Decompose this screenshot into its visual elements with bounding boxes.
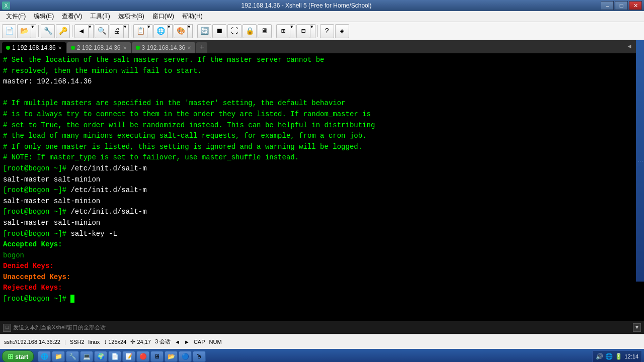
terminal-line-18: bogon bbox=[3, 251, 641, 261]
menu-view[interactable]: 查看(V) bbox=[58, 11, 86, 22]
open-dropdown: 📂 ▼ bbox=[17, 24, 36, 38]
menu-file[interactable]: 文件(F) bbox=[2, 11, 30, 22]
globe-button[interactable]: 🌐 bbox=[153, 24, 168, 38]
titlebar-icon: X bbox=[2, 2, 10, 10]
taskbar-app-11[interactable]: 🔵 bbox=[179, 351, 192, 362]
refresh-button[interactable]: 🔄 bbox=[197, 24, 211, 38]
send-area: 发送文本到当前Xshell窗口的全部会话 bbox=[13, 324, 633, 331]
denied-keys-label: Denied Keys: bbox=[3, 262, 54, 270]
separator-4 bbox=[195, 25, 195, 37]
close-button[interactable]: ✕ bbox=[629, 1, 642, 10]
taskbar-app-1[interactable]: 🌐 bbox=[38, 351, 51, 362]
maximize-button[interactable]: □ bbox=[615, 1, 628, 10]
tab-1-indicator bbox=[6, 46, 10, 50]
terminal-line-16: [root@bogon ~]# salt-key -L bbox=[3, 229, 641, 239]
terminal[interactable]: # Set the location of the salt master se… bbox=[0, 53, 644, 321]
taskbar-app-8[interactable]: 🔴 bbox=[136, 351, 149, 362]
tab-3-label: 3 192.168.14.36 bbox=[142, 44, 186, 51]
accepted-keys-label: Accepted Keys: bbox=[3, 240, 62, 248]
taskbar: ⊞ start 🌐 📁 🔧 💻 🌍 📄 📝 🔴 🖥 📂 🔵 🖱 🔊 🌐 🔋 12… bbox=[0, 349, 644, 362]
properties-button[interactable]: 🔧 bbox=[41, 24, 55, 38]
reconnect-dropdown-arrow[interactable]: ▼ bbox=[89, 24, 94, 38]
taskbar-app-3[interactable]: 🔧 bbox=[66, 351, 79, 362]
stop-button[interactable]: ⏹ bbox=[212, 24, 226, 38]
statusbar-os: linux bbox=[89, 339, 100, 345]
new-session-button[interactable]: 📄 bbox=[2, 24, 16, 38]
key-button[interactable]: 🔑 bbox=[56, 24, 70, 38]
copy-dropdown-arrow[interactable]: ▼ bbox=[147, 24, 152, 38]
taskbar-app-5[interactable]: 🌍 bbox=[94, 351, 107, 362]
tray-network[interactable]: 🌐 bbox=[605, 353, 613, 360]
layout-button[interactable]: ⊟ bbox=[296, 24, 310, 38]
prompt-3: [root@bogon ~]# bbox=[3, 208, 70, 216]
statusbar-scroll-right[interactable]: ► bbox=[184, 339, 190, 345]
tab-2[interactable]: 2 192.168.14.36 ✕ bbox=[67, 42, 131, 53]
find-button[interactable]: 🔍 bbox=[95, 24, 109, 38]
taskbar-app-4[interactable]: 💻 bbox=[80, 351, 93, 362]
terminal-line-11: salt-master salt-minion bbox=[3, 175, 641, 185]
taskbar-app-2[interactable]: 📁 bbox=[52, 351, 65, 362]
copy-button[interactable]: 📋 bbox=[133, 24, 147, 38]
statusbar-num: NUM bbox=[209, 339, 222, 345]
print-dropdown-arrow[interactable]: ▼ bbox=[124, 24, 129, 38]
terminal-line-2: # resolved, then the minion will fail to… bbox=[3, 66, 641, 76]
menu-help[interactable]: 帮助(H) bbox=[178, 11, 207, 22]
open-button[interactable]: 📂 bbox=[17, 24, 31, 38]
menu-tools[interactable]: 工具(T) bbox=[86, 11, 114, 22]
tab-3-close[interactable]: ✕ bbox=[187, 45, 191, 51]
layout-dropdown-arrow[interactable]: ▼ bbox=[310, 24, 315, 38]
tab-3-indicator bbox=[136, 46, 140, 50]
menu-edit[interactable]: 编辑(E) bbox=[30, 11, 58, 22]
output-3: salt-master salt-minion bbox=[3, 219, 100, 227]
tray-battery[interactable]: 🔋 bbox=[615, 353, 622, 360]
tab-1[interactable]: 1 192.168.14.36 ✕ bbox=[2, 42, 66, 53]
lock-button[interactable]: 🔒 bbox=[243, 24, 257, 38]
tab-1-close[interactable]: ✕ bbox=[58, 45, 62, 51]
statusbar-cap: CAP bbox=[194, 339, 205, 345]
fullscreen-button[interactable]: ⛶ bbox=[227, 24, 242, 38]
prompt-4: [root@bogon ~]# bbox=[3, 230, 70, 238]
tray-volume[interactable]: 🔊 bbox=[596, 353, 603, 360]
taskbar-app-7[interactable]: 📝 bbox=[122, 351, 135, 362]
cmd-2: /etc/init.d/salt-m bbox=[70, 186, 146, 194]
layout-dropdown: ⊟ ▼ bbox=[296, 24, 315, 38]
menu-window[interactable]: 窗口(W) bbox=[148, 11, 178, 22]
cmd-4: salt-key -L bbox=[70, 230, 117, 238]
print-dropdown: 🖨 ▼ bbox=[110, 24, 129, 38]
unknown-button[interactable]: ◈ bbox=[335, 24, 349, 38]
taskbar-app-6[interactable]: 📄 bbox=[108, 351, 121, 362]
start-button[interactable]: ⊞ start bbox=[2, 350, 34, 362]
menu-tabs[interactable]: 选项卡(B) bbox=[114, 11, 148, 22]
taskbar-clock: 12:14 bbox=[624, 353, 638, 359]
print-button[interactable]: 🖨 bbox=[110, 24, 124, 38]
help-button[interactable]: ? bbox=[320, 24, 334, 38]
taskbar-app-10[interactable]: 📂 bbox=[165, 351, 178, 362]
taskbar-app-12[interactable]: 🖱 bbox=[193, 351, 206, 362]
tab-3[interactable]: 3 192.168.14.36 ✕ bbox=[132, 42, 196, 53]
send-label: 发送文本到当前Xshell窗口的全部会话 bbox=[13, 324, 106, 331]
monitor-button[interactable]: 🖥 bbox=[258, 24, 272, 38]
input-dropdown[interactable]: ▼ bbox=[633, 323, 641, 332]
new-tab-button[interactable]: + bbox=[196, 42, 207, 53]
terminal-line-4: # If multiple masters are specified in t… bbox=[3, 99, 641, 109]
session-dropdown: ⊞ ▼ bbox=[276, 24, 295, 38]
session-button[interactable]: ⊞ bbox=[276, 24, 290, 38]
tab-scroll-left[interactable]: ◄ bbox=[626, 43, 633, 50]
terminal-line-1: # Set the location of the salt master se… bbox=[3, 55, 641, 65]
inputbar: □ 发送文本到当前Xshell窗口的全部会话 ▼ bbox=[0, 321, 644, 334]
toolbar: 📄 📂 ▼ 🔧 🔑 ◀ ▼ 🔍 🖨 ▼ 📋 ▼ 🌐 ▼ 🎨 ▼ 🔄 ⏹ ⛶ 🔒 … bbox=[0, 22, 644, 40]
comment-5: # set to True, the order will be randomi… bbox=[3, 121, 375, 129]
tab-2-close[interactable]: ✕ bbox=[123, 45, 127, 51]
color-button[interactable]: 🎨 bbox=[174, 24, 188, 38]
prompt-1: [root@bogon ~]# bbox=[3, 164, 70, 172]
back-button[interactable]: ◀ bbox=[74, 24, 89, 38]
session-dropdown-arrow[interactable]: ▼ bbox=[290, 24, 295, 38]
unaccepted-keys-label: Unaccepted Keys: bbox=[3, 273, 70, 281]
globe-dropdown-arrow[interactable]: ▼ bbox=[168, 24, 173, 38]
color-dropdown-arrow[interactable]: ▼ bbox=[188, 24, 193, 38]
terminal-line-13: salt-master salt-minion bbox=[3, 197, 641, 207]
open-dropdown-arrow[interactable]: ▼ bbox=[31, 24, 36, 38]
statusbar-scroll-left[interactable]: ◄ bbox=[175, 339, 180, 345]
minimize-button[interactable]: – bbox=[601, 1, 614, 10]
taskbar-app-9[interactable]: 🖥 bbox=[150, 351, 164, 362]
